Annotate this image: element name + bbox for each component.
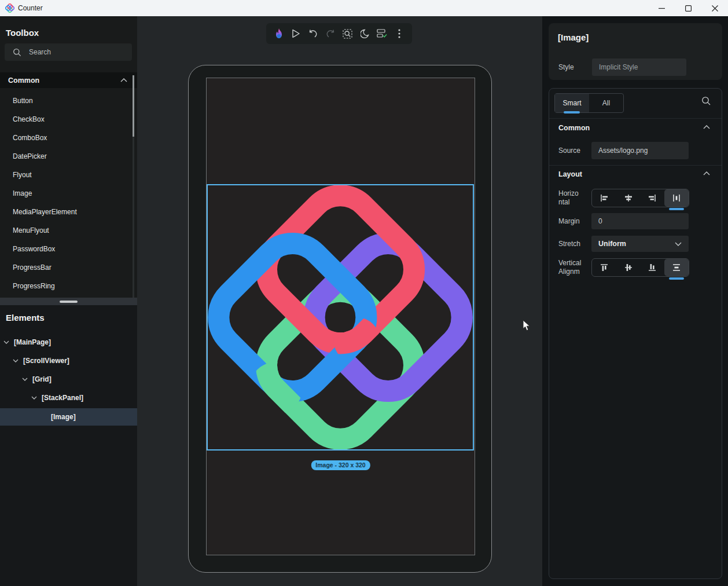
align-center-icon [623, 193, 634, 203]
design-canvas[interactable]: Image - 320 x 320 [137, 16, 542, 586]
toolbox-item-checkbox[interactable]: CheckBox [0, 110, 133, 129]
layout-section-header[interactable]: Layout [558, 170, 582, 178]
toolbox-item-passwordbox[interactable]: PasswordBox [0, 240, 133, 258]
horizontal-alignment-group [591, 189, 689, 207]
toolbox-list: Button CheckBox ComboBox DatePicker Flyo… [0, 91, 133, 295]
chevron-up-icon [120, 78, 127, 82]
tab-all[interactable]: All [589, 94, 623, 112]
form-factor-checklist-icon [377, 29, 387, 38]
elements-title: Elements [6, 313, 45, 323]
toolbox-item-image[interactable]: Image [0, 184, 133, 203]
splitter-handle-icon [60, 301, 78, 303]
form-factor-button[interactable] [376, 27, 388, 40]
tab-smart[interactable]: Smart [555, 94, 589, 112]
toolbox-item-menuflyout[interactable]: MenuFlyout [0, 221, 133, 240]
tree-item-image-selected[interactable]: [Image] [0, 408, 137, 426]
h-align-left-button[interactable] [592, 189, 616, 207]
toolbox-item-combobox[interactable]: ComboBox [0, 129, 133, 147]
dark-theme-moon-icon [361, 29, 370, 38]
v-align-bottom-button[interactable] [641, 259, 665, 276]
divider [549, 118, 722, 119]
toolbox-search-input[interactable]: Search [5, 43, 132, 61]
horizontal-label: Horizo ntal [558, 189, 579, 207]
left-panel: Toolbox Search Common Button CheckBox Co… [0, 16, 137, 586]
stretch-label: Stretch [558, 240, 580, 248]
toolbox-item-flyout[interactable]: Flyout [0, 166, 133, 184]
selected-element-card: [Image] Style Implicit Style [549, 23, 722, 80]
align-middle-icon [623, 262, 634, 273]
chevron-down-icon [22, 378, 28, 381]
style-input[interactable]: Implicit Style [592, 58, 686, 76]
titlebar[interactable]: Counter [0, 0, 728, 16]
active-alignment-indicator [669, 277, 684, 280]
maximize-icon [685, 5, 692, 12]
elements-panel: Elements [MainPage] [ScrollViewer] [Grid… [0, 305, 137, 586]
toolbox-item-progressring[interactable]: ProgressRing [0, 277, 133, 295]
close-button[interactable] [701, 0, 728, 16]
v-align-center-button[interactable] [616, 259, 641, 276]
divider [549, 165, 722, 166]
v-align-top-button[interactable] [592, 259, 616, 276]
align-left-icon [599, 193, 609, 203]
toolbox-item-button[interactable]: Button [0, 91, 133, 110]
zoom-selection-icon [343, 29, 352, 39]
toolbox-item-progressbar[interactable]: ProgressBar [0, 258, 133, 277]
selected-image-element[interactable] [207, 184, 474, 451]
margin-input[interactable]: 0 [591, 213, 689, 229]
h-stretch-button[interactable] [664, 189, 689, 207]
redo-button[interactable] [324, 27, 337, 40]
toolbox-section-common[interactable]: Common [0, 72, 137, 88]
device-frame: Image - 320 x 320 [188, 65, 492, 573]
common-section-header[interactable]: Common [558, 124, 590, 132]
chevron-down-icon [3, 340, 9, 344]
source-input[interactable]: Assets/logo.png [591, 142, 689, 159]
search-placeholder: Search [29, 48, 51, 56]
chevron-up-icon[interactable] [703, 171, 710, 175]
tree-item-grid[interactable]: [Grid] [0, 371, 137, 388]
toolbox-scrollbar-thumb[interactable] [133, 75, 134, 137]
tree-item-scrollviewer[interactable]: [ScrollViewer] [0, 352, 137, 369]
toolbox-title: Toolbox [6, 28, 39, 38]
chevron-up-icon[interactable] [703, 125, 710, 129]
selected-element-header: [Image] [558, 32, 589, 42]
properties-card: Smart All Common Source Asse [549, 88, 722, 579]
tree-item-mainpage[interactable]: [MainPage] [0, 334, 137, 351]
canvas-toolbar [266, 23, 412, 44]
hot-reload-button[interactable] [273, 27, 285, 40]
chevron-down-icon [13, 359, 19, 362]
play-button[interactable] [290, 27, 303, 40]
theme-toggle-button[interactable] [359, 27, 372, 40]
close-icon [712, 5, 718, 12]
tree-item-stackpanel[interactable]: [StackPanel] [0, 389, 137, 406]
stretch-dropdown[interactable]: Uniform [591, 236, 689, 252]
align-right-icon [647, 193, 657, 203]
minimize-icon [659, 5, 665, 12]
toolbox-item-datepicker[interactable]: DatePicker [0, 147, 133, 166]
more-options-button[interactable] [393, 27, 406, 40]
undo-button[interactable] [307, 27, 319, 40]
hot-reload-flame-icon [274, 28, 284, 39]
stretch-horizontal-icon [671, 193, 682, 203]
h-align-right-button[interactable] [641, 189, 665, 207]
logo-image [208, 185, 473, 449]
selection-size-badge: Image - 320 x 320 [311, 460, 370, 470]
property-tabs: Smart All [554, 93, 624, 113]
style-label: Style [558, 63, 574, 71]
zoom-selection-button[interactable] [341, 27, 354, 40]
v-stretch-button[interactable] [664, 259, 689, 276]
maximize-button[interactable] [675, 0, 701, 16]
play-icon [292, 29, 300, 38]
search-icon [13, 48, 21, 57]
properties-panel: [Image] Style Implicit Style Smart All [542, 16, 728, 586]
app-logo-icon [5, 3, 14, 13]
toolbox-item-mediaplayerelement[interactable]: MediaPlayerElement [0, 203, 133, 221]
properties-search-icon[interactable] [701, 96, 711, 106]
stretch-vertical-icon [671, 262, 682, 273]
vertical-label: Vertical Alignm [558, 259, 581, 276]
h-align-center-button[interactable] [616, 189, 641, 207]
minimize-button[interactable] [648, 0, 675, 16]
panel-splitter[interactable] [0, 298, 137, 305]
source-label: Source [558, 146, 580, 155]
device-screen[interactable]: Image - 320 x 320 [206, 78, 475, 555]
redo-icon-disabled [326, 30, 335, 38]
